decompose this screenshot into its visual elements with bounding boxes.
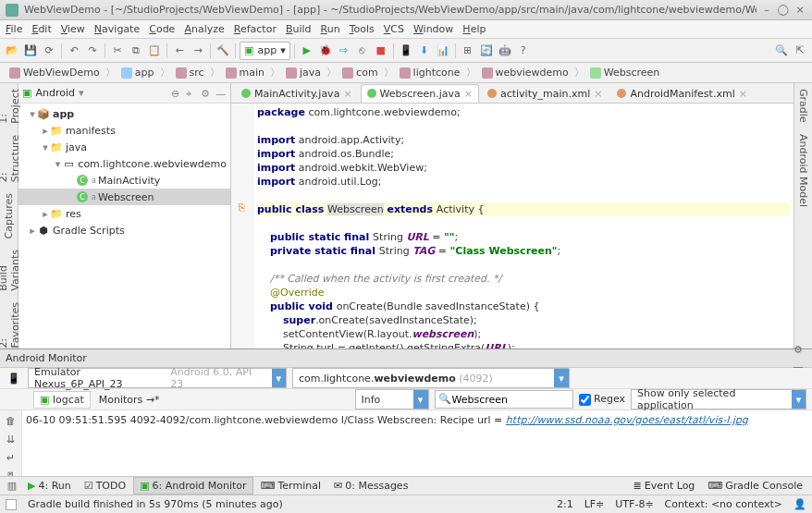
tab-logcat[interactable]: ▣ logcat (33, 391, 91, 409)
regex-checkbox[interactable]: Regex (579, 393, 625, 406)
breadcrumb-com[interactable]: com (337, 67, 384, 79)
open-icon[interactable]: 📂 (4, 43, 20, 59)
menu-navigate[interactable]: Navigate (94, 23, 140, 35)
editor-tab-androidmanifest[interactable]: AndroidManifest.xml× (610, 84, 753, 103)
minimize-panel-icon[interactable]: — (215, 88, 227, 99)
breadcrumb-lightcone[interactable]: lightcone (394, 67, 466, 79)
editor-tab-mainactivity[interactable]: MainActivity.java× (235, 84, 359, 103)
breadcrumb-main[interactable]: main (220, 67, 270, 79)
run-icon[interactable]: ▶ (299, 43, 315, 59)
menu-window[interactable]: Window (413, 23, 453, 35)
sidetab-gradle[interactable]: Gradle (795, 83, 811, 128)
maximize-button[interactable]: ◯ (777, 4, 790, 16)
undo-icon[interactable]: ↶ (66, 43, 82, 59)
gear-icon[interactable]: ⚙ (790, 342, 806, 359)
close-icon[interactable]: × (594, 88, 602, 100)
android-icon[interactable]: 🤖 (497, 43, 513, 59)
breadcrumb-webviewdemo[interactable]: webviewdemo (476, 67, 574, 79)
sidetab-structure[interactable]: 2: Structure (0, 129, 23, 188)
code-view[interactable]: package com.lightcone.webviewdemo; impor… (253, 104, 794, 348)
stop-icon[interactable]: ■ (373, 43, 389, 59)
menu-help[interactable]: Help (462, 23, 486, 35)
sdk-icon[interactable]: ⬇ (416, 43, 433, 59)
menu-build[interactable]: Build (286, 23, 312, 35)
filter-combo[interactable]: Show only selected application▾ (631, 389, 806, 409)
debug-icon[interactable]: 🐞 (317, 43, 334, 59)
structure-icon[interactable]: ⊞ (460, 43, 476, 59)
tab-eventlog[interactable]: ≣Event Log (627, 478, 700, 494)
editor-tab-webscreen[interactable]: Webscreen.java× (361, 84, 479, 103)
gear-icon[interactable]: ⚙ (201, 88, 212, 99)
tree-java[interactable]: ▾📁java (18, 139, 230, 155)
collapse-icon[interactable]: ⊖ (171, 88, 182, 99)
avd-icon[interactable]: 📱 (398, 43, 414, 59)
tab-gradle-console[interactable]: ⌨Gradle Console (702, 478, 808, 494)
tree-res[interactable]: ▸📁res (18, 205, 230, 222)
profile-icon[interactable]: ⇨ (336, 43, 352, 59)
project-mode[interactable]: Android (35, 87, 75, 99)
breadcrumb-webviewdemo[interactable]: WebViewDemo (4, 67, 105, 79)
make-icon[interactable]: 🔨 (215, 43, 231, 59)
sidetab-androidmodel[interactable]: Android Model (795, 128, 811, 213)
menu-code[interactable]: Code (149, 23, 175, 35)
tab-messages[interactable]: ✉0: Messages (328, 478, 413, 494)
menu-view[interactable]: View (61, 23, 85, 35)
copy-icon[interactable]: ⧉ (128, 43, 144, 59)
attach-icon[interactable]: ⎋ (354, 43, 371, 59)
sidetab-buildvariants[interactable]: Build Variants (0, 244, 23, 297)
toggle-icon[interactable]: ▥ (4, 478, 20, 495)
clear-icon[interactable]: 🗑 (3, 412, 19, 429)
tree-comlightconewebviewdemo[interactable]: ▾▭com.lightcone.webviewdemo (18, 155, 230, 172)
tab-todo[interactable]: ☑TODO (79, 478, 131, 494)
sidetab-captures[interactable]: Captures (1, 188, 17, 244)
log-url-link[interactable]: http://www.ssd.noaa.gov/goes/east/tatl/v… (506, 414, 748, 426)
close-icon[interactable]: × (343, 88, 351, 100)
menu-edit[interactable]: Edit (31, 23, 51, 35)
close-icon[interactable]: × (464, 88, 473, 100)
tab-android-monitor[interactable]: ▣6: Android Monitor (133, 477, 252, 495)
minimize-button[interactable]: – (760, 4, 773, 16)
menu-refactor[interactable]: Refactor (234, 23, 277, 35)
menu-run[interactable]: Run (321, 23, 340, 35)
menu-tools[interactable]: Tools (350, 23, 375, 35)
encoding[interactable]: UTF-8≑ (615, 498, 653, 510)
sidetab-favorites[interactable]: 2: Favorites (0, 297, 23, 354)
menu-analyze[interactable]: Analyze (184, 23, 224, 35)
tab-run[interactable]: ▶4: Run (22, 478, 77, 494)
settings-icon[interactable]: ⇱ (792, 43, 808, 59)
target-icon[interactable]: ⌖ (186, 88, 197, 99)
chevron-down-icon[interactable]: ▾ (79, 87, 84, 99)
tree-app[interactable]: ▾📦app (18, 105, 230, 122)
breadcrumb-src[interactable]: src (170, 67, 210, 79)
tree-webscreen[interactable]: CaWebscreen (18, 189, 230, 205)
breadcrumb-app[interactable]: app (116, 67, 160, 79)
process-combo[interactable]: com.lightcone.webviewdemo (4092) ▾ (292, 368, 570, 388)
wrap-icon[interactable]: ↵ (3, 449, 19, 466)
back-icon[interactable]: ← (171, 43, 188, 59)
search-icon[interactable]: 🔍 (773, 43, 790, 59)
tab-monitors[interactable]: Monitors →* (92, 391, 166, 409)
menu-vcs[interactable]: VCS (384, 23, 404, 35)
editor-tab-activity_main[interactable]: activity_main.xml× (481, 84, 609, 103)
loglevel-combo[interactable]: Info▾ (355, 389, 429, 409)
tree-manifests[interactable]: ▸📁manifests (18, 122, 230, 139)
device-combo[interactable]: Emulator Nexus_6P_API_23 Android 6.0, AP… (28, 368, 287, 388)
tab-terminal[interactable]: ⌨Terminal (255, 478, 326, 494)
menu-file[interactable]: File (6, 23, 22, 35)
close-icon[interactable]: × (739, 88, 747, 100)
breadcrumb-java[interactable]: java (280, 67, 326, 79)
tree-gradlescripts[interactable]: ▸⬢Gradle Scripts (18, 222, 230, 238)
close-button[interactable]: × (794, 4, 806, 16)
cut-icon[interactable]: ✂ (109, 43, 126, 59)
log-search-input[interactable] (435, 390, 573, 409)
redo-icon[interactable]: ↷ (84, 43, 101, 59)
inspector-icon[interactable]: 👤 (794, 498, 806, 510)
run-config-combo[interactable]: ▣ app ▾ (240, 42, 290, 60)
monitor-icon[interactable]: 📊 (435, 43, 451, 59)
sidetab-project[interactable]: 1: Project (0, 83, 23, 129)
paste-icon[interactable]: 📋 (146, 43, 163, 59)
help-icon[interactable]: ? (515, 43, 532, 59)
save-icon[interactable]: 💾 (22, 43, 39, 59)
forward-icon[interactable]: → (190, 43, 206, 59)
sync-icon[interactable]: ⟳ (41, 43, 57, 59)
